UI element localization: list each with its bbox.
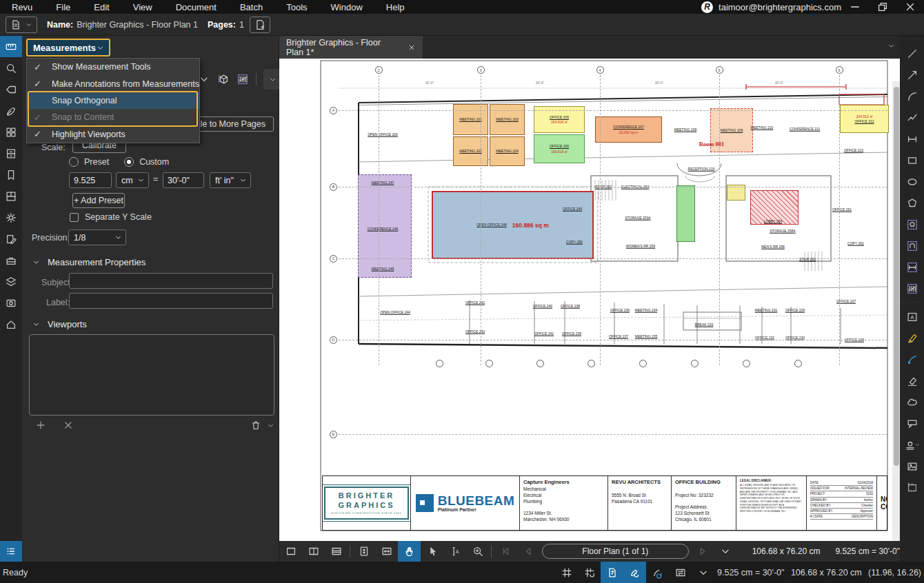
grid-toggle[interactable] xyxy=(555,562,578,583)
sidebar-bookmarks[interactable] xyxy=(0,164,22,185)
scale-value2-input[interactable] xyxy=(163,172,204,188)
menu-item-snap-to-content[interactable]: ✓Snap to Content xyxy=(27,109,199,125)
menu-window[interactable]: Window xyxy=(319,0,374,14)
snap-to-grid[interactable] xyxy=(578,562,601,583)
fit-width[interactable] xyxy=(375,541,398,562)
count-tool[interactable] xyxy=(237,73,249,85)
close-button[interactable] xyxy=(896,0,924,14)
tab-list-chevron[interactable] xyxy=(887,41,896,50)
arc-tool[interactable] xyxy=(900,85,924,107)
next-page[interactable] xyxy=(692,541,714,562)
menu-file[interactable]: File xyxy=(44,0,82,14)
remove-viewport-button[interactable] xyxy=(62,419,74,431)
document-tab[interactable]: Brighter Graphics - Floor Plan 1* xyxy=(279,36,423,59)
scale-value-input[interactable] xyxy=(69,172,112,188)
sidebar-search[interactable] xyxy=(0,57,22,79)
delete-viewport-button[interactable] xyxy=(250,419,262,431)
zoom-tool[interactable] xyxy=(466,541,489,562)
status-options[interactable] xyxy=(692,562,714,583)
sidebar-layers[interactable] xyxy=(0,271,22,292)
polyline-tool[interactable] xyxy=(900,107,924,128)
snapshot-tool[interactable] xyxy=(900,477,924,498)
scale-unit2-select[interactable]: ft' in" xyxy=(210,172,251,188)
menu-edit[interactable]: Edit xyxy=(82,0,121,14)
add-viewport-button[interactable] xyxy=(34,419,47,431)
scale-unit-select[interactable]: cm xyxy=(116,172,149,188)
custom-radio[interactable] xyxy=(124,157,134,167)
restore-button[interactable] xyxy=(869,0,896,14)
sidebar-spaces[interactable] xyxy=(0,185,22,207)
minimize-button[interactable] xyxy=(841,0,869,14)
chevron-down-icon[interactable] xyxy=(266,421,275,430)
first-page[interactable] xyxy=(494,541,516,562)
snap-to-markup[interactable] xyxy=(623,562,646,583)
sidebar-settings[interactable] xyxy=(0,207,22,228)
menu-batch[interactable]: Batch xyxy=(228,0,274,14)
menu-help[interactable]: Help xyxy=(374,0,416,14)
single-page-view[interactable] xyxy=(279,541,302,562)
separate-y-checkbox[interactable] xyxy=(70,213,79,222)
arrow-tool[interactable] xyxy=(900,64,924,85)
sync-views[interactable] xyxy=(669,562,692,583)
line-tool[interactable] xyxy=(900,43,924,64)
sidebar-file-access[interactable] xyxy=(0,143,22,164)
text-box-tool[interactable]: A xyxy=(900,306,924,327)
length-measure-tool[interactable] xyxy=(900,128,924,150)
status-page-size[interactable]: 106.68 x 76.20 cm xyxy=(791,568,862,577)
menu-item-show-measurement-tools[interactable]: ✓Show Measurement Tools xyxy=(27,59,199,75)
precision-select[interactable]: 1/8 xyxy=(68,229,126,245)
eraser-tool[interactable] xyxy=(900,370,924,391)
rectangle-tool[interactable] xyxy=(900,150,924,171)
page-options[interactable] xyxy=(714,541,737,562)
menu-view[interactable]: View xyxy=(121,0,164,14)
sidebar-markup-summary[interactable] xyxy=(0,228,22,249)
perimeter-measure-tool[interactable] xyxy=(900,235,924,256)
cloud-tool[interactable] xyxy=(900,391,924,413)
sidebar-thumbnails[interactable] xyxy=(0,121,22,143)
select-tool[interactable] xyxy=(421,541,443,562)
measurements-dropdown-button[interactable]: Measurements xyxy=(26,39,110,57)
volume-measure-tool[interactable] xyxy=(217,73,230,85)
sidebar-measurements[interactable] xyxy=(0,36,22,57)
menu-item-snap-orthogonal[interactable]: Snap Orthogonal xyxy=(27,92,199,109)
stamp-tool[interactable] xyxy=(900,434,924,456)
pan-tool[interactable] xyxy=(398,541,421,562)
area-measure-tool[interactable] xyxy=(900,214,924,235)
status-scale[interactable]: 9.525 cm = 30'-0" xyxy=(717,568,785,577)
menu-item-make-annotations-from-measurements[interactable]: ✓Make Annotations from Measurements xyxy=(27,75,199,92)
reuse-markup[interactable] xyxy=(646,562,669,583)
menu-tools[interactable]: Tools xyxy=(274,0,319,14)
split-vertical[interactable] xyxy=(302,541,325,562)
sidebar-markup-tools[interactable] xyxy=(0,100,22,121)
menu-item-highlight-viewports[interactable]: ✓Highlight Viewports xyxy=(27,126,199,143)
callout-tool[interactable] xyxy=(900,413,924,434)
measurement-properties-header[interactable]: Measurement Properties xyxy=(32,257,145,267)
add-preset-button[interactable]: + Add Preset xyxy=(72,193,125,208)
viewports-list[interactable] xyxy=(29,334,274,416)
fit-page[interactable] xyxy=(352,541,375,562)
sidebar-media[interactable] xyxy=(0,292,22,314)
diameter-measure-tool[interactable] xyxy=(900,256,924,278)
subject-input[interactable] xyxy=(69,273,273,289)
highlighter-tool[interactable] xyxy=(900,327,924,349)
ellipse-tool[interactable] xyxy=(900,171,924,192)
polygon-tool[interactable] xyxy=(900,192,924,214)
select-text-tool[interactable]: A xyxy=(443,541,466,562)
scrollbar-thumb[interactable] xyxy=(894,87,899,466)
preset-radio[interactable] xyxy=(69,157,79,167)
sidebar-properties[interactable] xyxy=(0,79,22,100)
menu-document[interactable]: Document xyxy=(164,0,228,14)
split-horizontal[interactable] xyxy=(325,541,348,562)
close-tab-icon[interactable] xyxy=(408,43,416,52)
count-measure-tool[interactable] xyxy=(900,278,924,299)
sidebar-studio[interactable] xyxy=(0,314,22,335)
previous-page[interactable] xyxy=(516,541,539,562)
viewports-header[interactable]: Viewports xyxy=(32,319,87,329)
file-menu-button[interactable] xyxy=(6,17,37,33)
snap-to-document[interactable] xyxy=(601,562,623,583)
label-input[interactable] xyxy=(69,293,273,309)
page-navigation-field[interactable]: Floor Plan (1 of 1) xyxy=(542,544,689,559)
pen-tool[interactable] xyxy=(900,349,924,370)
sidebar-markup-list[interactable] xyxy=(0,541,22,562)
image-tool[interactable] xyxy=(900,456,924,477)
